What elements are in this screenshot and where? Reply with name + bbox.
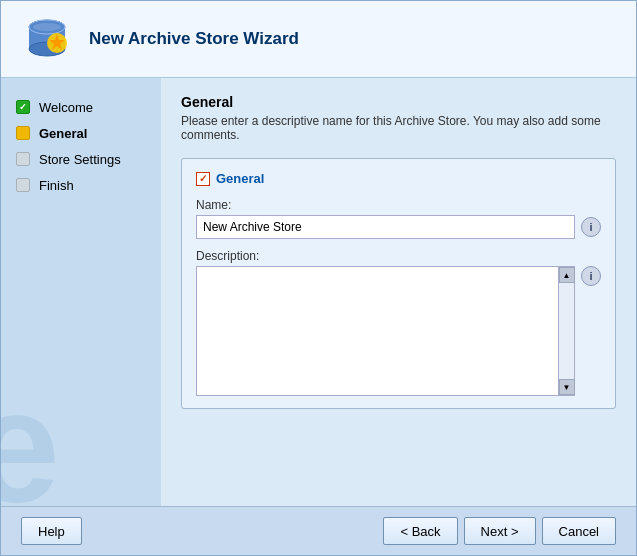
scrollbar-up-button[interactable]: ▲ xyxy=(559,267,575,283)
help-button[interactable]: Help xyxy=(21,517,82,545)
name-label: Name: xyxy=(196,198,601,212)
wizard-title: New Archive Store Wizard xyxy=(89,29,299,49)
main-content: General Please enter a descriptive name … xyxy=(161,78,636,506)
wizard-icon xyxy=(21,13,73,65)
next-button[interactable]: Next > xyxy=(464,517,536,545)
store-settings-status-icon xyxy=(15,151,31,167)
name-info-button[interactable]: i xyxy=(581,217,601,237)
footer-right: < Back Next > Cancel xyxy=(383,517,616,545)
form-panel-header: General xyxy=(196,171,601,186)
description-input[interactable] xyxy=(197,267,558,395)
scrollbar-track xyxy=(559,283,574,379)
sidebar-label-general: General xyxy=(39,126,87,141)
sidebar-label-store-settings: Store Settings xyxy=(39,152,121,167)
section-desc: Please enter a descriptive name for this… xyxy=(181,114,616,142)
sidebar-item-welcome[interactable]: Welcome xyxy=(1,94,161,120)
wizard-body: e Welcome General Store Settings xyxy=(1,78,636,506)
welcome-status-icon xyxy=(15,99,31,115)
description-label: Description: xyxy=(196,249,601,263)
sidebar-watermark: e xyxy=(1,366,60,506)
wizard-window: New Archive Store Wizard e Welcome Gener… xyxy=(0,0,637,556)
wizard-sidebar: e Welcome General Store Settings xyxy=(1,78,161,506)
scrollbar-down-button[interactable]: ▼ xyxy=(559,379,575,395)
sidebar-item-store-settings[interactable]: Store Settings xyxy=(1,146,161,172)
description-row: ▲ ▼ i xyxy=(196,266,601,396)
pending-icon xyxy=(16,152,30,166)
description-info-button[interactable]: i xyxy=(581,266,601,286)
finish-status-icon xyxy=(15,177,31,193)
wizard-footer: Help < Back Next > Cancel xyxy=(1,506,636,555)
svg-point-4 xyxy=(33,23,61,31)
check-icon xyxy=(16,100,30,114)
form-panel: General Name: i Description: ▲ xyxy=(181,158,616,409)
sidebar-label-welcome: Welcome xyxy=(39,100,93,115)
sidebar-item-finish[interactable]: Finish xyxy=(1,172,161,198)
description-scrollbar[interactable]: ▲ ▼ xyxy=(558,267,574,395)
description-textarea-wrap: ▲ ▼ xyxy=(196,266,575,396)
pending-icon-2 xyxy=(16,178,30,192)
form-panel-label: General xyxy=(216,171,264,186)
sidebar-label-finish: Finish xyxy=(39,178,74,193)
section-title: General xyxy=(181,94,616,110)
cancel-button[interactable]: Cancel xyxy=(542,517,616,545)
current-icon xyxy=(16,126,30,140)
wizard-header: New Archive Store Wizard xyxy=(1,1,636,78)
name-input[interactable] xyxy=(196,215,575,239)
name-field-row: i xyxy=(196,215,601,239)
sidebar-item-general[interactable]: General xyxy=(1,120,161,146)
wizard-main: General Please enter a descriptive name … xyxy=(161,78,636,506)
general-checkbox-icon[interactable] xyxy=(196,172,210,186)
general-status-icon xyxy=(15,125,31,141)
back-button[interactable]: < Back xyxy=(383,517,457,545)
